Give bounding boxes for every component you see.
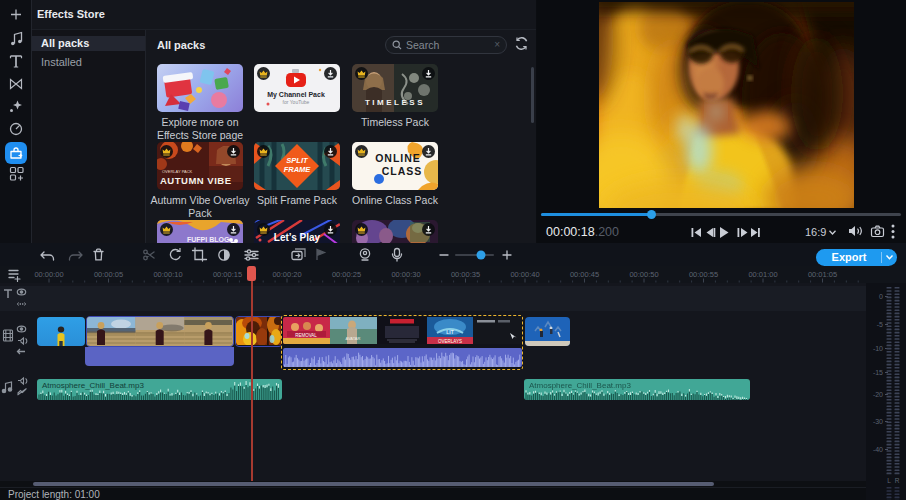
svg-text:00:00:05: 00:00:05 bbox=[94, 270, 123, 279]
svg-text:-10: -10 bbox=[873, 345, 883, 352]
svg-text:AVATAR: AVATAR bbox=[346, 336, 361, 341]
svg-text:FUFPI BLOG: FUFPI BLOG bbox=[187, 236, 230, 243]
svg-text:00:01:00: 00:01:00 bbox=[748, 270, 777, 279]
svg-text:00:00:15: 00:00:15 bbox=[213, 270, 242, 279]
svg-text:00:00:45: 00:00:45 bbox=[570, 270, 599, 279]
svg-text:00:00:30: 00:00:30 bbox=[391, 270, 420, 279]
svg-text:00:00:50: 00:00:50 bbox=[629, 270, 658, 279]
svg-text:-30: -30 bbox=[873, 418, 883, 425]
svg-text:00:00:10: 00:00:10 bbox=[153, 270, 182, 279]
svg-text:-40: -40 bbox=[873, 446, 883, 453]
svg-text:L: L bbox=[887, 477, 891, 484]
svg-text:OVERLAYS: OVERLAYS bbox=[438, 339, 462, 344]
svg-text:00:00:35: 00:00:35 bbox=[451, 270, 480, 279]
svg-text:My Channel Pack: My Channel Pack bbox=[267, 91, 325, 99]
svg-text:-15: -15 bbox=[873, 369, 883, 376]
svg-text:00:00:00: 00:00:00 bbox=[34, 270, 63, 279]
svg-text:-20: -20 bbox=[873, 391, 883, 398]
svg-text:TIMELESS: TIMELESS bbox=[365, 98, 425, 107]
svg-text:for YouTube: for YouTube bbox=[283, 99, 310, 105]
svg-text:00:00:55: 00:00:55 bbox=[689, 270, 718, 279]
svg-text:-5: -5 bbox=[877, 321, 883, 328]
svg-text:ONLINE: ONLINE bbox=[375, 152, 421, 164]
svg-text:00:00:25: 00:00:25 bbox=[332, 270, 361, 279]
svg-text:00:01:05: 00:01:05 bbox=[808, 270, 837, 279]
svg-text:CLASS: CLASS bbox=[382, 165, 423, 177]
svg-text:0: 0 bbox=[879, 293, 883, 300]
svg-text:Let’s Play: Let’s Play bbox=[274, 232, 321, 243]
svg-text:FRAME: FRAME bbox=[284, 165, 312, 174]
svg-text:00:00:20: 00:00:20 bbox=[272, 270, 301, 279]
svg-text:AUTUMN VIBE: AUTUMN VIBE bbox=[160, 175, 231, 186]
svg-text:00:00:40: 00:00:40 bbox=[510, 270, 539, 279]
svg-text:LIT: LIT bbox=[446, 329, 454, 335]
svg-text:OVERLAY PACK: OVERLAY PACK bbox=[162, 169, 193, 174]
svg-text:SPLIT: SPLIT bbox=[286, 156, 309, 165]
svg-text:R: R bbox=[895, 477, 900, 484]
svg-text:REMOVAL: REMOVAL bbox=[295, 333, 317, 338]
